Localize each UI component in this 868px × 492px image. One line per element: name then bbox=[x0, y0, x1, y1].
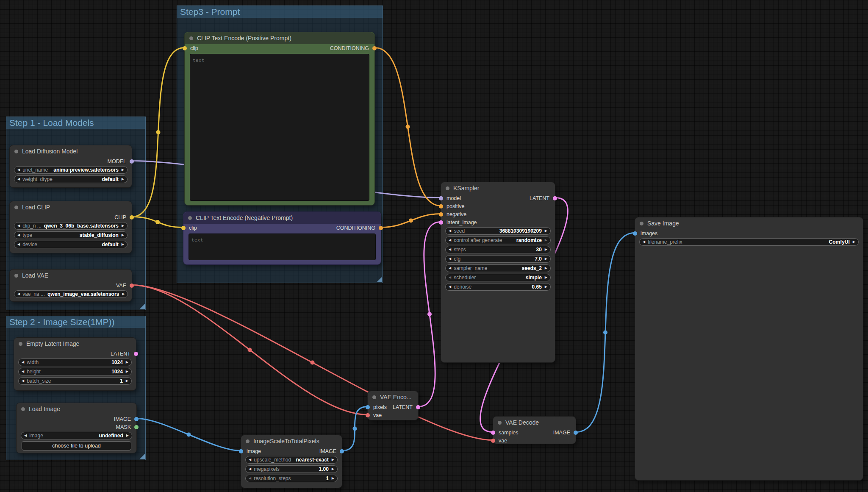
collapse-dot-icon[interactable] bbox=[446, 186, 449, 190]
vae-input-slot[interactable] bbox=[491, 439, 495, 443]
widget-steps[interactable]: ◀steps30▶ bbox=[445, 246, 551, 253]
LATENT-output-slot[interactable] bbox=[416, 405, 420, 409]
node-neg_prompt[interactable]: CLIP Text Encode (Negative Prompt)clipCO… bbox=[183, 211, 381, 265]
decrement-arrow-icon[interactable]: ◀ bbox=[24, 432, 27, 439]
node-header[interactable]: Load Diffusion Model bbox=[10, 145, 132, 157]
widget-denoise[interactable]: ◀denoise0.65▶ bbox=[445, 283, 551, 291]
pixels-input-slot[interactable] bbox=[366, 405, 370, 409]
collapse-dot-icon[interactable] bbox=[14, 206, 18, 209]
widget-scheduler[interactable]: ◀schedulersimple▶ bbox=[445, 274, 551, 281]
node-vae_decode[interactable]: VAE DecodesamplesIMAGEvae bbox=[493, 416, 576, 444]
increment-arrow-icon[interactable]: ▶ bbox=[545, 227, 547, 235]
link-midpoint-dot[interactable] bbox=[156, 130, 161, 134]
increment-arrow-icon[interactable]: ▶ bbox=[122, 166, 124, 174]
CONDITIONING-output-slot[interactable] bbox=[379, 226, 383, 230]
increment-arrow-icon[interactable]: ▶ bbox=[545, 246, 547, 253]
link-midpoint-dot[interactable] bbox=[311, 361, 315, 365]
graph-canvas[interactable]: Step 1 - Load ModelsStep 2 - Image Size(… bbox=[0, 0, 868, 492]
widget-unet-name[interactable]: ◀unet_nameanima-preview.safetensors▶ bbox=[14, 166, 128, 174]
decrement-arrow-icon[interactable]: ◀ bbox=[449, 274, 451, 281]
decrement-arrow-icon[interactable]: ◀ bbox=[449, 246, 451, 253]
increment-arrow-icon[interactable]: ▶ bbox=[126, 368, 128, 375]
decrement-arrow-icon[interactable]: ◀ bbox=[449, 255, 451, 263]
node-header[interactable]: CLIP Text Encode (Positive Prompt) bbox=[185, 32, 374, 44]
increment-arrow-icon[interactable]: ▶ bbox=[545, 255, 547, 263]
increment-arrow-icon[interactable]: ▶ bbox=[126, 432, 129, 439]
increment-arrow-icon[interactable]: ▶ bbox=[332, 475, 334, 482]
link-midpoint-dot[interactable] bbox=[603, 331, 607, 335]
decrement-arrow-icon[interactable]: ◀ bbox=[643, 238, 645, 246]
collapse-dot-icon[interactable] bbox=[188, 216, 192, 220]
CLIP-output-slot[interactable] bbox=[130, 215, 134, 220]
widget-device[interactable]: ◀devicedefault▶ bbox=[14, 241, 128, 248]
increment-arrow-icon[interactable]: ▶ bbox=[122, 290, 125, 298]
collapse-dot-icon[interactable] bbox=[21, 407, 25, 411]
decrement-arrow-icon[interactable]: ◀ bbox=[249, 475, 251, 482]
decrement-arrow-icon[interactable]: ◀ bbox=[449, 264, 451, 272]
increment-arrow-icon[interactable]: ▶ bbox=[126, 359, 128, 366]
MODEL-output-slot[interactable] bbox=[130, 159, 134, 164]
widget-megapixels[interactable]: ◀megapixels1.00▶ bbox=[245, 465, 338, 473]
MASK-output-slot[interactable] bbox=[134, 425, 139, 429]
widget-resolution-steps[interactable]: ◀resolution_steps1▶ bbox=[245, 475, 338, 482]
collapse-dot-icon[interactable] bbox=[498, 421, 502, 425]
decrement-arrow-icon[interactable]: ◀ bbox=[17, 222, 20, 230]
increment-arrow-icon[interactable]: ▶ bbox=[545, 264, 547, 272]
widget-control-after-generate[interactable]: ◀control after generaterandomize▶ bbox=[445, 236, 551, 244]
link-midpoint-dot[interactable] bbox=[248, 348, 252, 352]
model-input-slot[interactable] bbox=[439, 196, 443, 200]
node-header[interactable]: Load CLIP bbox=[10, 201, 132, 213]
widget-sampler-name[interactable]: ◀sampler_nameseeds_2▶ bbox=[445, 264, 551, 272]
link-midpoint-dot[interactable] bbox=[409, 219, 413, 223]
increment-arrow-icon[interactable]: ▶ bbox=[332, 465, 334, 473]
collapse-dot-icon[interactable] bbox=[246, 439, 250, 443]
decrement-arrow-icon[interactable]: ◀ bbox=[22, 368, 24, 375]
widget-type[interactable]: ◀typestable_diffusion▶ bbox=[14, 231, 128, 239]
link-midpoint-dot[interactable] bbox=[353, 427, 357, 431]
collapse-dot-icon[interactable] bbox=[14, 150, 18, 153]
node-load_diffusion_model[interactable]: Load Diffusion ModelMODEL◀unet_nameanima… bbox=[9, 145, 132, 188]
node-header[interactable]: KSampler bbox=[441, 182, 555, 194]
IMAGE-output-slot[interactable] bbox=[340, 449, 344, 453]
widget-vae-na-[interactable]: ◀vae_na ...qwen_image_vae.safetensors▶ bbox=[14, 290, 128, 298]
decrement-arrow-icon[interactable]: ◀ bbox=[449, 283, 451, 291]
link-midpoint-dot[interactable] bbox=[427, 312, 432, 317]
IMAGE-output-slot[interactable] bbox=[134, 417, 139, 421]
node-save_image[interactable]: Save Imageimages◀filename_prefixComfyUI▶ bbox=[635, 217, 863, 481]
LATENT-output-slot[interactable] bbox=[134, 352, 138, 356]
node-header[interactable]: VAE Decode bbox=[493, 417, 576, 428]
collapse-dot-icon[interactable] bbox=[14, 274, 18, 278]
widget-upscale-method[interactable]: ◀upscale_methodnearest-exact▶ bbox=[245, 456, 338, 464]
increment-arrow-icon[interactable]: ▶ bbox=[122, 175, 124, 183]
widget-image[interactable]: ◀imageundefined▶ bbox=[21, 432, 132, 439]
decrement-arrow-icon[interactable]: ◀ bbox=[17, 175, 20, 183]
increment-arrow-icon[interactable]: ▶ bbox=[545, 236, 547, 244]
increment-arrow-icon[interactable]: ▶ bbox=[122, 241, 124, 248]
decrement-arrow-icon[interactable]: ◀ bbox=[17, 290, 20, 298]
collapse-dot-icon[interactable] bbox=[189, 36, 193, 40]
decrement-arrow-icon[interactable]: ◀ bbox=[449, 227, 451, 235]
widget-batch-size[interactable]: ◀batch_size1▶ bbox=[18, 377, 132, 385]
clip-input-slot[interactable] bbox=[181, 226, 186, 230]
increment-arrow-icon[interactable]: ▶ bbox=[126, 377, 128, 385]
IMAGE-output-slot[interactable] bbox=[574, 431, 578, 435]
widget-filename-prefix[interactable]: ◀filename_prefixComfyUI▶ bbox=[639, 238, 859, 246]
node-header[interactable]: Empty Latent Image bbox=[14, 338, 136, 350]
positive-input-slot[interactable] bbox=[439, 204, 443, 208]
widget-height[interactable]: ◀height1024▶ bbox=[18, 368, 132, 375]
node-load_clip[interactable]: Load CLIPCLIP◀clip_n ...qwen_3_06b_base.… bbox=[9, 201, 132, 253]
node-vae_encode[interactable]: VAE Enco...pixelsLATENTvae bbox=[367, 391, 419, 420]
increment-arrow-icon[interactable]: ▶ bbox=[853, 238, 855, 246]
widget-clip-n-[interactable]: ◀clip_n ...qwen_3_06b_base.safetensors▶ bbox=[14, 222, 128, 230]
widget-seed[interactable]: ◀seed368810309190209▶ bbox=[445, 227, 551, 235]
decrement-arrow-icon[interactable]: ◀ bbox=[249, 456, 251, 464]
images-input-slot[interactable] bbox=[633, 231, 637, 236]
decrement-arrow-icon[interactable]: ◀ bbox=[22, 377, 24, 385]
node-ksampler[interactable]: KSamplermodelLATENTpositivenegativelaten… bbox=[441, 182, 555, 363]
decrement-arrow-icon[interactable]: ◀ bbox=[17, 166, 20, 174]
increment-arrow-icon[interactable]: ▶ bbox=[545, 283, 547, 291]
node-header[interactable]: Load VAE bbox=[10, 270, 132, 281]
prompt-textarea[interactable]: text bbox=[189, 233, 376, 260]
CONDITIONING-output-slot[interactable] bbox=[372, 46, 377, 50]
decrement-arrow-icon[interactable]: ◀ bbox=[249, 465, 251, 473]
